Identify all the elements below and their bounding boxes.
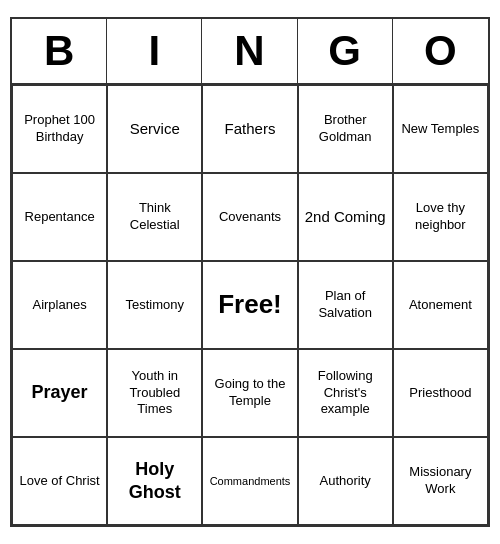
bingo-cell-4-3: Authority bbox=[298, 437, 393, 525]
bingo-cell-2-2: Free! bbox=[202, 261, 297, 349]
bingo-cell-2-3: Plan of Salvation bbox=[298, 261, 393, 349]
bingo-cell-2-1: Testimony bbox=[107, 261, 202, 349]
bingo-cell-0-0: Prophet 100 Birthday bbox=[12, 85, 107, 173]
bingo-cell-1-4: Love thy neighbor bbox=[393, 173, 488, 261]
bingo-cell-3-0: Prayer bbox=[12, 349, 107, 437]
bingo-letter-g: G bbox=[298, 19, 393, 83]
bingo-cell-3-4: Priesthood bbox=[393, 349, 488, 437]
bingo-cell-4-2: Commandments bbox=[202, 437, 297, 525]
bingo-cell-4-4: Missionary Work bbox=[393, 437, 488, 525]
bingo-cell-2-0: Airplanes bbox=[12, 261, 107, 349]
bingo-cell-2-4: Atonement bbox=[393, 261, 488, 349]
bingo-cell-1-0: Repentance bbox=[12, 173, 107, 261]
bingo-letter-i: I bbox=[107, 19, 202, 83]
bingo-cell-0-1: Service bbox=[107, 85, 202, 173]
bingo-cell-4-0: Love of Christ bbox=[12, 437, 107, 525]
bingo-cell-0-2: Fathers bbox=[202, 85, 297, 173]
bingo-cell-3-2: Going to the Temple bbox=[202, 349, 297, 437]
bingo-cell-3-3: Following Christ's example bbox=[298, 349, 393, 437]
bingo-letter-n: N bbox=[202, 19, 297, 83]
bingo-cell-1-2: Covenants bbox=[202, 173, 297, 261]
bingo-cell-0-4: New Temples bbox=[393, 85, 488, 173]
bingo-cell-0-3: Brother Goldman bbox=[298, 85, 393, 173]
bingo-card: BINGO Prophet 100 BirthdayServiceFathers… bbox=[10, 17, 490, 527]
bingo-cell-3-1: Youth in Troubled Times bbox=[107, 349, 202, 437]
bingo-letter-b: B bbox=[12, 19, 107, 83]
bingo-grid: Prophet 100 BirthdayServiceFathersBrothe… bbox=[12, 85, 488, 525]
bingo-cell-1-1: Think Celestial bbox=[107, 173, 202, 261]
bingo-cell-4-1: Holy Ghost bbox=[107, 437, 202, 525]
bingo-letter-o: O bbox=[393, 19, 488, 83]
bingo-header: BINGO bbox=[12, 19, 488, 85]
bingo-cell-1-3: 2nd Coming bbox=[298, 173, 393, 261]
